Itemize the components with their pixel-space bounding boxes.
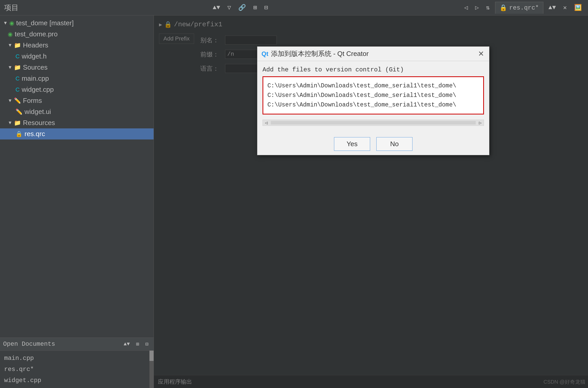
modal-scroll-right-btn[interactable]: ▷ xyxy=(477,120,484,126)
open-docs-sort-icon[interactable]: ▲▼ xyxy=(122,340,132,348)
widget-cpp-icon: C xyxy=(15,86,20,93)
link-icon[interactable]: 🔗 xyxy=(236,3,248,12)
modal-titlebar: Qt 添加到版本控制系统 - Qt Creator ✕ xyxy=(257,47,489,61)
modal-file-path-3: C:\Users\Admin\Downloads\test_dome_seria… xyxy=(267,100,479,110)
modal-title-text: 添加到版本控制系统 - Qt Creator xyxy=(271,49,474,58)
widget-h-icon: C xyxy=(15,53,20,60)
file-tab[interactable]: 🔒 res.qrc* xyxy=(495,2,543,14)
root-label: test_dome [master] xyxy=(16,19,74,27)
split-v-icon[interactable]: ⊟ xyxy=(262,3,270,12)
modal-scrollbar[interactable]: ◁ ▷ xyxy=(263,120,484,126)
tree-item-widget-h[interactable]: C widget.h xyxy=(0,51,154,62)
forward-icon[interactable]: ▷ xyxy=(473,3,481,12)
sources-icon: 📁 xyxy=(14,64,21,71)
modal-file-box: C:\Users\Admin\Downloads\test_dome_seria… xyxy=(263,76,484,114)
modal-scrollbar-track[interactable] xyxy=(271,121,476,125)
open-docs-panel: Open Documents ▲▼ ⊞ ⊟ main.cpp res.qrc* … xyxy=(0,337,154,388)
widget-ui-icon: ✏️ xyxy=(15,109,22,115)
open-doc-main-cpp[interactable]: main.cpp xyxy=(0,353,149,364)
widget-cpp-label: widget.cpp xyxy=(22,86,54,94)
resources-label: Resources xyxy=(23,119,55,127)
main-container: 项目 ▲▼ ▽ 🔗 ⊞ ⊟ ◁ ▷ ⇅ 🔒 res.qrc* ▲▼ ✕ 🖼️ ▼… xyxy=(0,0,588,388)
tab-sort-icon[interactable]: ▲▼ xyxy=(546,3,558,12)
open-docs-list: main.cpp res.qrc* widget.cpp xyxy=(0,351,149,388)
tree-item-main-cpp[interactable]: C main.cpp xyxy=(0,73,154,84)
headers-label: Headers xyxy=(23,41,48,49)
sources-arrow: ▼ xyxy=(8,65,12,70)
back-icon[interactable]: ◁ xyxy=(462,3,470,12)
modal-scroll-left-btn[interactable]: ◁ xyxy=(263,120,270,126)
tree-item-forms[interactable]: ▼ ✏️ Forms xyxy=(0,95,154,106)
open-docs-close-icon[interactable]: ⊟ xyxy=(143,340,150,348)
modal-file-path-1: C:\Users\Admin\Downloads\test_dome_seria… xyxy=(267,81,479,91)
main-cpp-icon: C xyxy=(15,75,20,82)
modal-overlay: Qt 添加到版本控制系统 - Qt Creator ✕ Add the file… xyxy=(154,15,588,388)
pro-label: test_dome.pro xyxy=(15,30,58,38)
headers-arrow: ▼ xyxy=(8,43,12,48)
help-icon[interactable]: 🖼️ xyxy=(572,3,584,12)
tree-item-pro[interactable]: ◉ test_dome.pro xyxy=(0,29,154,40)
main-cpp-label: main.cpp xyxy=(22,75,49,82)
widget-ui-label: widget.ui xyxy=(25,108,51,116)
top-toolbar: 项目 ▲▼ ▽ 🔗 ⊞ ⊟ ◁ ▷ ⇅ 🔒 res.qrc* ▲▼ ✕ 🖼️ xyxy=(0,0,588,15)
open-doc-res-qrc[interactable]: res.qrc* xyxy=(0,364,149,375)
sources-label: Sources xyxy=(23,63,47,71)
resources-arrow: ▼ xyxy=(8,120,12,126)
headers-icon: 📁 xyxy=(14,42,21,49)
pro-icon: ◉ xyxy=(8,31,13,38)
project-title: 项目 xyxy=(4,3,19,13)
open-docs-header: Open Documents ▲▼ ⊞ ⊟ xyxy=(0,338,154,351)
tree-item-sources[interactable]: ▼ 📁 Sources xyxy=(0,62,154,73)
modal-title-icon: Qt xyxy=(261,50,268,57)
tree-root[interactable]: ▼ ◉ test_dome [master] xyxy=(0,18,154,29)
file-tab-label: res.qrc* xyxy=(509,4,539,11)
root-arrow: ▼ xyxy=(3,20,8,26)
modal-file-path-2: C:\Users\Admin\Downloads\test_dome_seria… xyxy=(267,91,479,100)
open-docs-split-icon[interactable]: ⊞ xyxy=(134,340,141,348)
modal-footer: Yes No xyxy=(257,133,489,155)
modal-body: Add the files to version control (Git) C… xyxy=(257,61,489,133)
modal-yes-button[interactable]: Yes xyxy=(334,137,370,151)
content-area: ▼ ◉ test_dome [master] ◉ test_dome.pro ▼… xyxy=(0,15,588,388)
forms-icon: ✏️ xyxy=(14,97,21,104)
tree-item-res-qrc[interactable]: 🔒 res.qrc xyxy=(0,128,154,139)
right-panel: ▶ 🔒 /new/prefix1 Add Prefix 别名： xyxy=(154,15,588,388)
resources-icon: 📁 xyxy=(14,120,21,126)
file-tab-icon: 🔒 xyxy=(499,4,507,12)
tab-close-icon[interactable]: ✕ xyxy=(561,3,569,12)
open-doc-widget-cpp[interactable]: widget.cpp xyxy=(0,375,149,386)
tree-item-widget-ui[interactable]: ✏️ widget.ui xyxy=(0,106,154,117)
tree-item-resources[interactable]: ▼ 📁 Resources xyxy=(0,117,154,128)
sync-icon[interactable]: ⇅ xyxy=(484,3,492,12)
tree-item-widget-cpp[interactable]: C widget.cpp xyxy=(0,84,154,95)
widget-h-label: widget.h xyxy=(22,52,47,60)
forms-arrow: ▼ xyxy=(8,98,12,103)
modal-dialog: Qt 添加到版本控制系统 - Qt Creator ✕ Add the file… xyxy=(257,46,489,155)
tree-item-headers[interactable]: ▼ 📁 Headers xyxy=(0,40,154,51)
split-h-icon[interactable]: ⊞ xyxy=(251,3,259,12)
scroll-bar[interactable] xyxy=(149,351,154,388)
res-qrc-label: res.qrc xyxy=(25,130,45,138)
root-icon: ◉ xyxy=(9,20,14,27)
modal-prompt: Add the files to version control (Git) xyxy=(263,66,484,73)
forms-label: Forms xyxy=(23,97,42,105)
modal-close-button[interactable]: ✕ xyxy=(477,49,485,58)
modal-no-button[interactable]: No xyxy=(376,137,412,151)
left-panel: ▼ ◉ test_dome [master] ◉ test_dome.pro ▼… xyxy=(0,15,154,388)
open-docs-title: Open Documents xyxy=(3,341,120,348)
sort-icon[interactable]: ▲▼ xyxy=(211,3,222,12)
res-qrc-icon: 🔒 xyxy=(15,131,22,137)
filter-icon[interactable]: ▽ xyxy=(225,3,233,12)
project-tree: ▼ ◉ test_dome [master] ◉ test_dome.pro ▼… xyxy=(0,15,154,337)
